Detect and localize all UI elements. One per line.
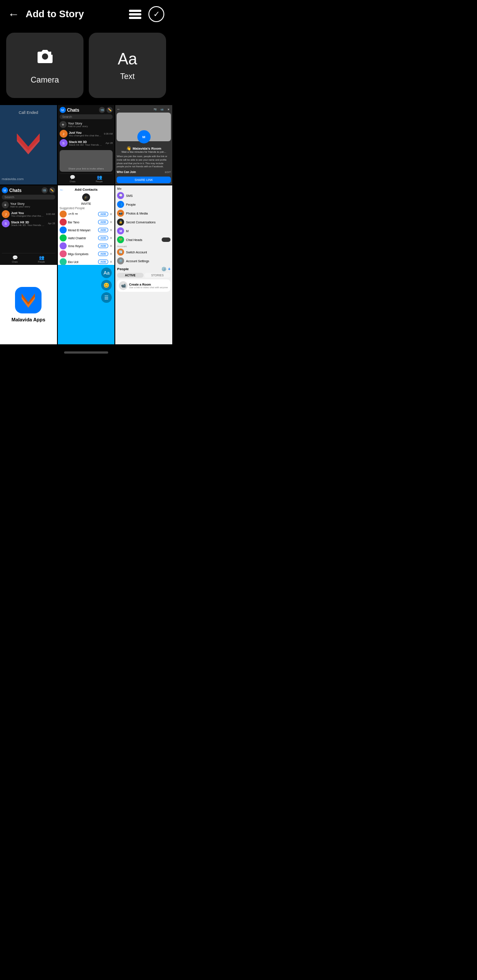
x-btn-3[interactable]: ✕ [110, 236, 113, 240]
messenger-avatar-mini-2: M [2, 187, 8, 193]
text-fab-1[interactable]: Aa [101, 268, 112, 278]
add-btn-5[interactable]: ADD [98, 252, 108, 256]
settings-row-secret: 🔒 Secret Conversations [117, 218, 170, 226]
create-room-row[interactable]: 📹 Create a Room Use a link to video chat… [117, 279, 170, 292]
text-option[interactable]: Aa Text [89, 33, 166, 98]
stack-icon[interactable] [127, 6, 143, 22]
mini-icon-3: 📹 [42, 187, 48, 193]
screenshot-chats-small[interactable]: M Chats 📹 ✏️ Search + Your Story Add to … [0, 185, 57, 265]
mini-header: M Chats 📹 ✏️ [60, 107, 113, 113]
x-btn-4[interactable]: ✕ [110, 244, 113, 248]
people-header-icons: ⚙️ + [161, 267, 170, 271]
text-fab-3[interactable]: ☰ [101, 292, 112, 303]
confirm-button[interactable]: ✓ [148, 6, 164, 22]
chat-name-1: Just You [69, 131, 102, 134]
secret-icon: 🔒 [117, 219, 124, 226]
mini-icon-2: ✏️ [106, 107, 113, 113]
room-icon-2: 📹 [159, 106, 164, 112]
contact-name-4: Ximo Reyes [68, 245, 97, 248]
screenshot-contacts[interactable]: ← Add Contacts 🎓 INVITE Suggested People… [58, 185, 115, 265]
chat-time-2: Apr 28 [106, 142, 113, 144]
switch-label: Switch Account [126, 251, 170, 254]
add-btn-4[interactable]: ADD [98, 244, 108, 248]
room-icon-1: 📷 [152, 106, 158, 112]
add-btn-3[interactable]: ADD [98, 236, 108, 240]
chat-name-2: Stack Hit 3D [69, 140, 104, 143]
x-btn-0[interactable]: ✕ [110, 212, 113, 216]
settings-row-switch: 🔄 Switch Account [117, 248, 170, 256]
who-can-join-row: Who Can Join EDIT [117, 170, 171, 173]
chat-time-3: 9:08 AM [46, 213, 55, 215]
contacts-title: Add Contacts [75, 188, 98, 192]
stories-tab[interactable]: STORIES [144, 273, 170, 278]
chat-msg-2: Stack Hit 3D: Your friends ... [69, 143, 104, 146]
active-tab[interactable]: ACTIVE [117, 273, 143, 278]
add-btn-2[interactable]: ADD [98, 228, 108, 232]
sms-label: SMS [126, 194, 170, 197]
text-label: Text [120, 72, 135, 81]
screenshot-app-icon[interactable]: Malavida Apps [0, 265, 57, 344]
mini-chat-row-3: J Just You You changed the chat theme to… [2, 210, 55, 218]
room-title-row: 👋 Malavida's Room [117, 146, 171, 151]
screenshot-people[interactable]: People ⚙️ + ACTIVE STORIES 📹 Create a Ro… [115, 265, 172, 344]
logo-area [0, 105, 57, 181]
chatheads-label: Chat Heads [126, 238, 160, 241]
screenshot-malavida[interactable]: Call Ended malavida.com [0, 105, 57, 185]
mini-chat-row-2: S Stack Hit 3D Stack Hit 3D: Your friend… [60, 139, 113, 147]
m-label: M [126, 230, 170, 233]
settings-row-sms: 💬 SMS [117, 191, 170, 200]
home-indicator [64, 351, 108, 354]
story-title: Your Story [68, 122, 88, 125]
contact-avatar-4 [60, 242, 67, 249]
room-avatar: M [137, 130, 151, 143]
create-room-info: Create a Room Use a link to video chat w… [129, 283, 168, 289]
mini-icons-2: 📹 ✏️ [42, 187, 55, 193]
share-link-btn[interactable]: SHARE LINK [117, 177, 171, 183]
settings-row-photos: 📷 Photos & Media [117, 209, 170, 218]
chatheads-toggle[interactable] [162, 237, 170, 242]
story-sub-2: Add to your story [10, 205, 30, 208]
chat-info-3: Just You You changed the chat theme to..… [11, 211, 45, 217]
mini-icon-4: ✏️ [49, 187, 55, 193]
chat-time-4: Apr 28 [48, 222, 55, 225]
screenshot-room[interactable]: ← 📷 📹 ✕ M 👋 Malavida's Room Wait a few m… [115, 105, 172, 185]
text-fab-2[interactable]: 😊 [101, 280, 112, 290]
add-btn-0[interactable]: ADD [98, 212, 108, 216]
mini-chat-row-4: S Stack Hit 3D Stack Hit 3D: Your friend… [2, 219, 55, 227]
mini-story-row: + Your Story Add to your story [60, 121, 113, 128]
add-btn-6[interactable]: ADD [98, 260, 108, 264]
who-can-join: Who Can Join [117, 170, 136, 173]
screenshot-settings[interactable]: Me 💬 SMS 👥 People 📷 Photos & Media 🔒 Sec… [115, 185, 172, 265]
back-button[interactable]: ← [8, 8, 19, 21]
bottom-chats-label: Chats [70, 180, 76, 183]
me-label: Me [117, 187, 170, 190]
bottom-people-2: 👥 People [38, 255, 45, 263]
people-icon-settings: 👥 [117, 201, 124, 208]
x-btn-5[interactable]: ✕ [110, 252, 113, 256]
x-btn-6[interactable]: ✕ [110, 260, 113, 264]
room-bg: M [117, 113, 171, 141]
mini-chats-title: Chats [67, 108, 80, 113]
contact-row-6: Eko Ucil ADD ✕ [60, 258, 113, 265]
x-btn-1[interactable]: ✕ [110, 220, 113, 224]
mini-search-2: Search [2, 195, 55, 200]
contacts-back: ← [60, 187, 64, 192]
screenshot-messenger[interactable]: M Chats 📹 ✏️ Search + Your Story Add to … [58, 105, 115, 185]
contact-avatar-3 [60, 234, 67, 241]
add-btn-1[interactable]: ADD [98, 220, 108, 224]
contact-avatar-2 [60, 226, 67, 234]
screenshots-grid: Call Ended malavida.com M Chats 📹 ✏️ Sea… [0, 105, 172, 265]
options-row: Camera Aa Text [0, 26, 172, 105]
people-icon: 👥 [97, 175, 102, 180]
screenshot-text-create[interactable]: Aa 😊 ☰ [58, 265, 115, 344]
mini-icons: 📹 ✏️ [99, 107, 113, 113]
chatheads-icon: 💚 [117, 236, 124, 243]
sms-icon: 💬 [117, 192, 124, 199]
chats-icon-2: 💬 [12, 255, 18, 260]
create-room-icon: 📹 [119, 281, 128, 290]
x-btn-2[interactable]: ✕ [110, 228, 113, 232]
header-left: ← Add to Story [8, 8, 84, 21]
chats-icon: 💬 [70, 175, 75, 180]
camera-option[interactable]: Camera [6, 33, 83, 98]
contact-row-3: Hafid Chakhtir ADD ✕ [60, 234, 113, 241]
